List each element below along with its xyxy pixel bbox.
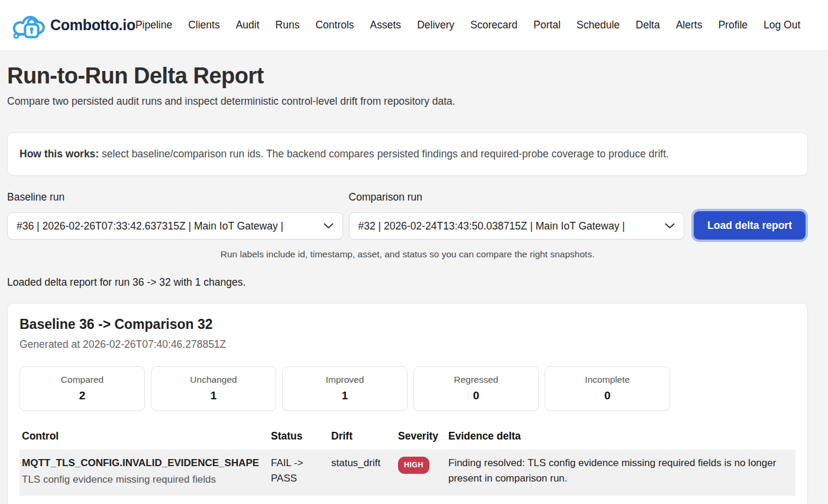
load-delta-report-button[interactable]: Load delta report [694,211,806,240]
comparison-run-field: Comparison run #32 | 2026-02-24T13:43:50… [349,191,685,240]
stat-unchanged: Unchanged 1 [151,366,276,411]
comparison-run-label: Comparison run [349,191,685,203]
status-cell: FAIL -> PASS [269,450,329,496]
severity-badge: HIGH [398,457,429,474]
stat-regressed: Regressed 0 [413,366,539,411]
page-subtitle: Compare two persisted audit runs and ins… [7,95,808,108]
report-title: Baseline 36 -> Comparison 32 [20,316,795,332]
page-title: Run-to-Run Delta Report [7,63,808,89]
drift-cell: status_drift [329,450,396,496]
comparison-run-value: #32 | 2026-02-24T13:43:50.038715Z | Main… [358,220,659,232]
stat-value: 1 [283,389,407,402]
nav-item-delivery[interactable]: Delivery [417,19,454,31]
stat-value: 2 [20,389,144,402]
severity-cell: HIGH [396,450,446,496]
col-header-drift: Drift [329,425,396,450]
baseline-run-select[interactable]: #36 | 2026-02-26T07:33:42.637315Z | Main… [7,212,343,240]
chevron-down-icon [665,223,675,229]
nav-item-delta[interactable]: Delta [636,19,660,31]
how-this-works-label: How this works: [20,148,99,160]
page-content: Run-to-Run Delta Report Compare two pers… [7,63,808,504]
nav-item-alerts[interactable]: Alerts [676,19,703,31]
nav-item-clients[interactable]: Clients [188,19,220,31]
nav-item-controls[interactable]: Controls [315,19,354,31]
how-this-works-text: select baseline/comparison run ids. The … [99,148,669,160]
col-header-evidence: Evidence delta [446,425,795,450]
summary-stats-row: Compared 2 Unchanged 1 Improved 1 Regres… [20,366,795,411]
control-description: TLS config evidence missing required fie… [22,472,264,487]
stat-value: 0 [545,389,669,402]
table-row: MQTT_TLS_CONFIG.INVALID_EVIDENCE_SHAPE T… [20,450,795,496]
stat-label: Improved [283,374,407,385]
control-id: MQTT_TLS_CONFIG.INVALID_EVIDENCE_SHAPE [22,455,264,471]
baseline-run-field: Baseline run #36 | 2026-02-26T07:33:42.6… [7,191,343,240]
delta-report-card: Baseline 36 -> Comparison 32 Generated a… [7,303,808,504]
nav-links: Pipeline Clients Audit Runs Controls Ass… [135,19,800,31]
stat-label: Regressed [414,374,538,385]
load-status-message: Loaded delta report for run 36 -> 32 wit… [7,276,808,289]
stat-value: 0 [414,389,538,402]
col-header-status: Status [269,425,329,450]
how-this-works-card: How this works: select baseline/comparis… [7,133,808,176]
stat-label: Compared [20,374,144,385]
top-nav: Combotto.io Pipeline Clients Audit Runs … [0,0,828,51]
baseline-run-label: Baseline run [7,191,343,203]
chevron-down-icon [324,223,334,229]
stat-label: Incomplete [545,374,669,385]
control-cell: MQTT_TLS_CONFIG.INVALID_EVIDENCE_SHAPE T… [20,450,269,496]
nav-item-assets[interactable]: Assets [370,19,402,31]
baseline-run-value: #36 | 2026-02-26T07:33:42.637315Z | Main… [17,220,318,232]
nav-item-logout[interactable]: Log Out [764,19,800,31]
evidence-delta-cell: Finding resolved: TLS config evidence mi… [446,450,795,496]
brand-name: Combotto.io [50,17,135,34]
stat-compared: Compared 2 [20,366,145,411]
report-generated-at: Generated at 2026-02-26T07:40:46.278851Z [20,338,795,351]
stat-value: 1 [151,389,276,402]
nav-item-runs[interactable]: Runs [276,19,300,31]
run-select-form: Baseline run #36 | 2026-02-26T07:33:42.6… [7,191,808,240]
stat-label: Unchanged [151,374,276,385]
nav-item-portal[interactable]: Portal [533,19,561,31]
col-header-control: Control [20,425,269,450]
nav-item-profile[interactable]: Profile [718,19,748,31]
cloud-lock-logo-icon [12,8,45,43]
nav-item-schedule[interactable]: Schedule [577,19,620,31]
delta-table-header-row: Control Status Drift Severity Evidence d… [20,425,795,450]
col-header-severity: Severity [396,425,446,450]
delta-table: Control Status Drift Severity Evidence d… [20,425,795,496]
run-select-help-text: Run labels include id, timestamp, asset,… [7,249,808,260]
nav-item-audit[interactable]: Audit [236,19,260,31]
nav-item-scorecard[interactable]: Scorecard [470,19,518,31]
stat-improved: Improved 1 [282,366,407,411]
brand[interactable]: Combotto.io [12,8,135,43]
nav-item-pipeline[interactable]: Pipeline [135,19,172,31]
comparison-run-select[interactable]: #32 | 2026-02-24T13:43:50.038715Z | Main… [349,212,685,240]
stat-incomplete: Incomplete 0 [545,366,670,411]
